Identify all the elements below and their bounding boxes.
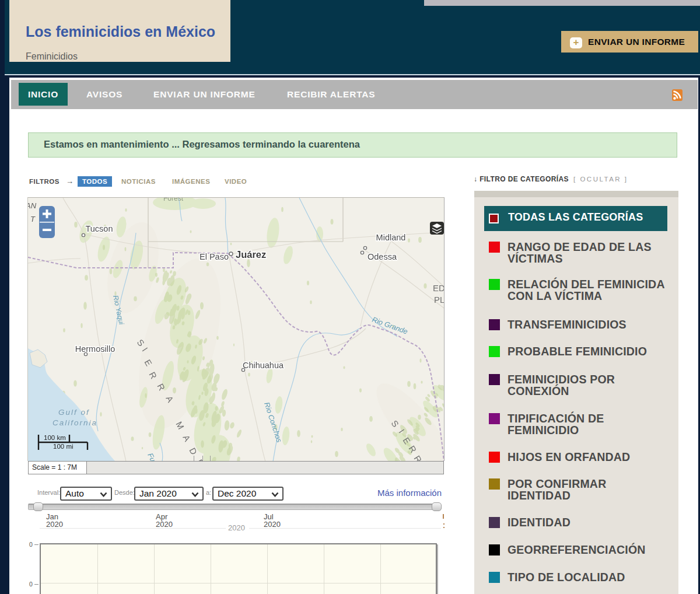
svg-text:Midland: Midland bbox=[376, 233, 406, 242]
svg-text:Forest: Forest bbox=[163, 198, 184, 202]
svg-text:Chihuahua: Chihuahua bbox=[243, 361, 284, 370]
svg-text:Juárez: Juárez bbox=[236, 249, 266, 260]
svg-text:T: T bbox=[30, 215, 36, 223]
svg-text:100 km: 100 km bbox=[44, 434, 66, 441]
svg-text:ED: ED bbox=[433, 283, 444, 293]
svg-text:Gulf of: Gulf of bbox=[58, 408, 90, 417]
svg-text:El Paso: El Paso bbox=[200, 252, 229, 261]
svg-text:AN: AN bbox=[28, 201, 37, 210]
svg-text:PL: PL bbox=[434, 295, 444, 305]
svg-text:California: California bbox=[52, 418, 97, 427]
svg-text:Hermosillo: Hermosillo bbox=[75, 344, 116, 354]
svg-text:100 mi: 100 mi bbox=[53, 443, 74, 450]
svg-text:Tucson: Tucson bbox=[85, 224, 113, 233]
svg-text:Odessa: Odessa bbox=[368, 252, 397, 261]
